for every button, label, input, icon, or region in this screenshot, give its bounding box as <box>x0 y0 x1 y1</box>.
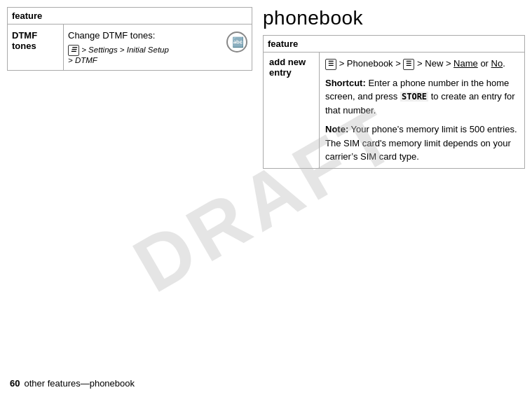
left-table-header: feature <box>8 8 252 25</box>
note-label: Note: <box>325 124 348 134</box>
phone-svg: 🔤 <box>231 36 243 48</box>
shortcut-line: Shortcut: Enter a phone number in the ho… <box>325 76 519 118</box>
menu-icon: ☰ <box>68 45 79 56</box>
feature-desc-dtmf: Change DTMF tones: ☰ > Settings > Initia… <box>64 25 252 71</box>
store-code: STORE <box>400 92 428 102</box>
feature-label-addnew: add new entry <box>264 53 320 169</box>
table-row: DTMF tones Change DTMF tones: ☰ > Settin… <box>8 25 252 71</box>
footer: 60 other features—phonebook <box>0 378 266 389</box>
svg-text:🔤: 🔤 <box>232 36 243 48</box>
path-line: ☰ > Phonebook > ☰ > New > Name or No. <box>325 57 519 71</box>
table-row: add new entry ☰ > Phonebook > ☰ > New > … <box>264 53 525 169</box>
dtmf-path: ☰ > Settings > Initial Setup> DTMF <box>68 45 169 64</box>
feature-label-dtmf: DTMF tones <box>8 25 64 71</box>
footer-text: other features—phonebook <box>24 378 135 389</box>
right-feature-table: feature add new entry ☰ > Phonebook > ☰ … <box>263 35 525 169</box>
shortcut-label: Shortcut: <box>325 78 366 88</box>
page-container: feature DTMF tones Change DTMF tones: ☰ <box>0 0 532 397</box>
page-heading: phonebook <box>263 7 525 29</box>
right-table-header: feature <box>264 36 525 53</box>
left-feature-table: feature DTMF tones Change DTMF tones: ☰ <box>7 7 252 71</box>
left-column: feature DTMF tones Change DTMF tones: ☰ <box>0 0 259 397</box>
feature-desc-addnew: ☰ > Phonebook > ☰ > New > Name or No. Sh… <box>320 53 525 169</box>
menu-icon-path: ☰ <box>325 59 336 70</box>
dtmf-desc-text: Change DTMF tones: <box>68 30 169 41</box>
menu-icon-path2: ☰ <box>403 59 414 70</box>
right-column: phonebook feature add new entry ☰ > Phon… <box>259 0 532 397</box>
note-line: Note: Your phone’s memory limit is 500 e… <box>325 123 519 164</box>
footer-page-number: 60 <box>10 378 20 389</box>
phone-icon: 🔤 <box>226 32 247 53</box>
